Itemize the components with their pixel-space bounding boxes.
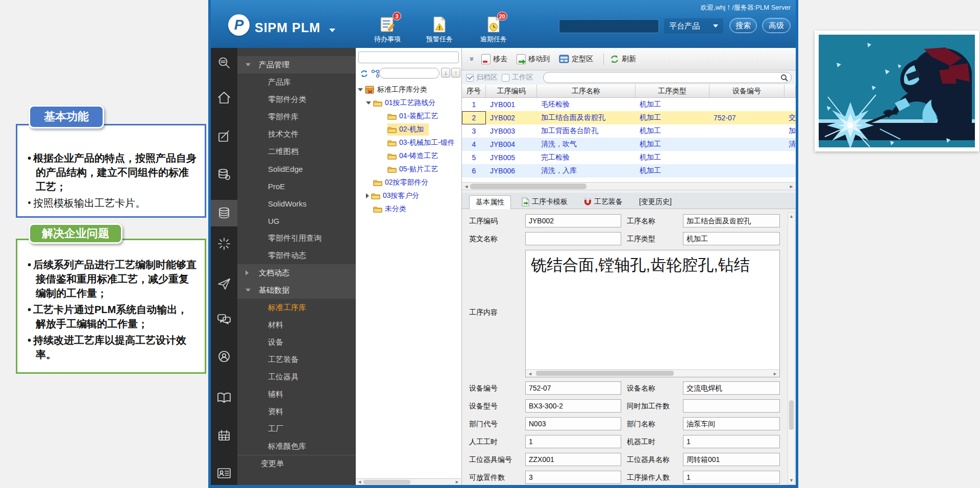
database-settings-icon[interactable] [211, 161, 237, 188]
sidebar-item-part-class[interactable]: 零部件分类 [237, 91, 356, 108]
home-icon[interactable] [211, 85, 237, 111]
tree-item-04-casting[interactable]: 04-铸造工艺 [387, 150, 438, 162]
sidebar-group-doc-activity[interactable]: 文档动态 [237, 264, 356, 281]
sidebar-item-change-order[interactable]: 变更单 [237, 455, 356, 472]
tree-search-input[interactable] [379, 68, 439, 79]
sidebar-item-solidworks[interactable]: SolidWorks [237, 195, 356, 212]
process-type-field[interactable]: 机加工 [683, 232, 780, 245]
archive-checkbox[interactable] [466, 74, 474, 82]
remove-button[interactable]: 移去 [481, 54, 507, 64]
scroll-left-icon[interactable]: ◄ [356, 479, 363, 485]
workspace-checkbox[interactable] [502, 74, 509, 82]
scroll-right-icon[interactable]: ► [772, 371, 778, 377]
tree-filter-input[interactable] [358, 52, 459, 63]
sidebar-item-material[interactable]: 材料 [237, 316, 356, 333]
column-header-no[interactable]: 序号 [462, 85, 486, 97]
tree-item-05-smt[interactable]: 05-贴片工艺 [387, 163, 438, 175]
sidebar-item-tech-doc[interactable]: 技术文件 [237, 125, 356, 143]
scroll-down-icon[interactable]: ▼ [788, 478, 795, 483]
move-down-button[interactable]: ↓ [441, 68, 450, 78]
table-row[interactable]: 3JYB003加工背面各台阶孔机加工加 [462, 124, 796, 138]
table-row[interactable]: 1JYB001毛坯检验机加工 [462, 98, 796, 111]
refresh-button[interactable]: 刷新 [610, 55, 636, 64]
dept-code-field[interactable]: N003 [525, 417, 621, 430]
process-code-field[interactable]: JYB002 [525, 214, 621, 227]
sidebar-group-base-data[interactable]: 基础数据 [237, 281, 356, 299]
sidebar-item-aux-material[interactable]: 辅料 [237, 386, 356, 403]
tree-item-01-by-route[interactable]: 01按工艺路线分 [366, 97, 436, 109]
tree-item-02-by-part[interactable]: 02按零部件分 [373, 176, 429, 189]
scroll-up-icon[interactable]: ▲ [788, 214, 795, 219]
search-button[interactable]: 搜索 [729, 18, 757, 33]
contact-card-icon[interactable] [211, 460, 237, 486]
column-header-code[interactable]: 工序编码 [486, 85, 537, 97]
sidebar-item-2d-drawings[interactable]: 二维图档 [237, 143, 356, 160]
column-header-device[interactable]: 设备编号 [709, 85, 785, 97]
tree-item-01-assembly[interactable]: 01-装配工艺 [387, 110, 438, 122]
tree-item-03-forging[interactable]: 03-机械加工-锻件 [387, 137, 455, 149]
global-search-input[interactable] [559, 19, 659, 33]
labor-hours-field[interactable]: 1 [525, 435, 621, 448]
station-tool-code-field[interactable]: ZZX001 [525, 453, 621, 466]
sidebar-item-solidedge[interactable]: SolidEdge [237, 160, 356, 177]
chevron-closed-icon[interactable] [366, 193, 369, 198]
scrollbar-thumb[interactable] [789, 400, 794, 430]
scroll-right-icon[interactable]: ► [788, 184, 795, 189]
tree-item-03-by-customer[interactable]: 03按客户分 [366, 190, 420, 202]
sidebar-item-part-lib[interactable]: 零部件库 [237, 108, 356, 125]
sidebar-item-station-tool[interactable]: 工位器具 [237, 368, 356, 386]
device-name-field[interactable]: 交流电焊机 [683, 381, 780, 395]
sidebar-group-product-mgmt[interactable]: 产品管理 [237, 56, 356, 73]
finalize-area-button[interactable]: 定型区 [559, 55, 593, 64]
search-scope-dropdown[interactable]: 平台产品 [664, 18, 723, 34]
scroll-right-icon[interactable]: ► [454, 479, 460, 485]
scrollbar-thumb[interactable] [470, 184, 586, 189]
table-row[interactable]: 6JYB006清洗，入库机加工 [462, 164, 796, 177]
book-icon[interactable] [211, 384, 237, 411]
table-row[interactable]: 5JYB005完工检验机加工 [462, 151, 796, 164]
todo-tasks-button[interactable]: 3 待办事项 [366, 15, 409, 44]
tab-basic-properties[interactable]: 基本属性 [469, 195, 511, 209]
table-row-selected[interactable]: 2JYB002加工结合面及齿腔孔机加工752-07交 [462, 111, 796, 124]
sidebar-item-part-activity[interactable]: 零部件动态 [237, 247, 356, 264]
textarea-horizontal-scrollbar[interactable]: ◄ ► [526, 369, 779, 377]
tree-item-02-machining[interactable]: 02-机加 [387, 123, 429, 136]
sidebar-item-part-ref-query[interactable]: 零部件引用查询 [237, 229, 356, 247]
sipm-search-icon[interactable] [211, 50, 237, 76]
sidebar-item-resource[interactable]: 资料 [237, 403, 356, 420]
org-chart-icon[interactable] [371, 69, 380, 78]
sidebar-item-proe[interactable]: ProE [237, 177, 356, 195]
tree-root-std-process-class[interactable]: 标准工序库分类 [358, 84, 427, 96]
sidebar-item-equipment[interactable]: 设备 [237, 333, 356, 351]
operator-count-field[interactable]: 1 [683, 471, 780, 484]
advanced-search-button[interactable]: 高级 [762, 18, 791, 33]
scroll-left-icon[interactable]: ◄ [463, 184, 470, 189]
chevron-open-icon[interactable] [358, 88, 363, 91]
sidebar-item-std-process-lib[interactable]: 标准工序库 [237, 299, 356, 316]
device-model-field[interactable]: BX3-300-2 [525, 399, 621, 413]
sidebar-item-factory[interactable]: 工厂 [237, 420, 356, 438]
sidebar-item-process-equip[interactable]: 工艺装备 [237, 351, 356, 368]
move-up-button[interactable]: ↑ [451, 68, 460, 78]
send-icon[interactable] [211, 271, 237, 297]
sidebar-item-ug[interactable]: UG [237, 212, 356, 229]
scrollbar-thumb[interactable] [363, 480, 410, 484]
sidebar-item-std-color-lib[interactable]: 标准颜色库 [237, 438, 356, 455]
column-header-type[interactable]: 工序类型 [635, 85, 709, 97]
organizer-icon[interactable] [211, 422, 237, 449]
table-row[interactable]: 4JYB004清洗，吹气机加工清 [462, 138, 796, 151]
scroll-left-icon[interactable]: ◄ [527, 371, 533, 377]
edit-icon[interactable] [211, 123, 237, 150]
english-name-field[interactable] [525, 232, 621, 245]
tab-process-equipment[interactable]: 工艺装备 [578, 195, 629, 209]
support-icon[interactable] [211, 344, 237, 370]
warning-tasks-button[interactable]: 预警任务 [418, 15, 461, 44]
overdue-tasks-button[interactable]: 20 逾期任务 [472, 15, 515, 44]
placement-count-field[interactable]: 3 [525, 471, 621, 484]
process-content-textarea[interactable]: 铣结合面,镗轴孔,齿轮腔孔,钻结 ◄ ► [525, 250, 780, 377]
chat-icon[interactable] [211, 306, 237, 332]
table-horizontal-scrollbar[interactable]: ◄ ► [462, 182, 796, 190]
simultaneous-count-field[interactable] [683, 399, 780, 413]
dept-name-field[interactable]: 油泵车间 [683, 417, 780, 430]
scrollbar-thumb[interactable] [536, 371, 674, 376]
